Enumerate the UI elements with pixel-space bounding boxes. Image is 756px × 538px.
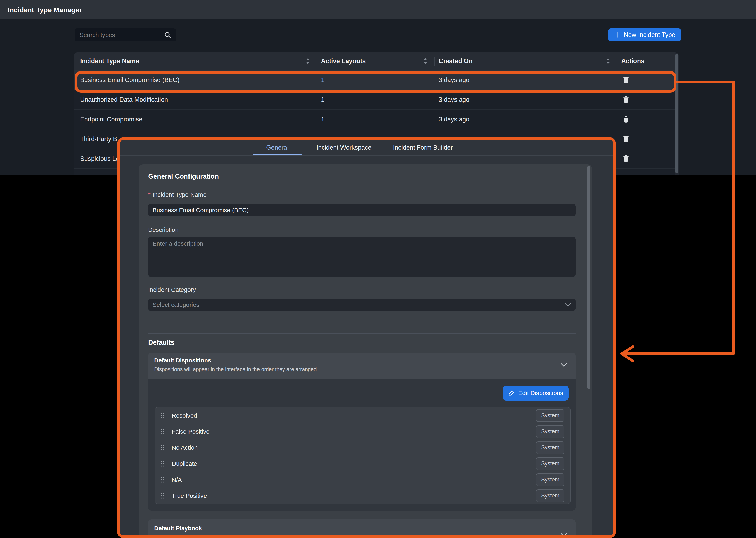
sort-icon[interactable]	[424, 58, 427, 64]
disposition-label: N/A	[172, 476, 182, 483]
top-bar: Incident Type Manager	[0, 0, 756, 20]
delete-incident-type-button[interactable]	[623, 154, 629, 163]
trash-icon	[623, 135, 629, 142]
column-header-active-layouts[interactable]: Active Layouts	[316, 52, 434, 70]
search-box	[75, 28, 176, 41]
chevron-down-icon[interactable]	[560, 362, 568, 368]
incident-category-label: Incident Category	[148, 286, 196, 293]
drag-handle-icon[interactable]	[161, 412, 165, 419]
dispositions-list: ResolvedSystemFalse PositiveSystemNo Act…	[155, 407, 571, 504]
incident-type-editor-modal: General Incident Workspace Incident Form…	[120, 140, 613, 538]
sort-icon[interactable]	[606, 58, 610, 64]
disposition-label: No Action	[172, 444, 198, 451]
system-badge: System	[536, 409, 564, 422]
default-dispositions-body: Edit Dispositions ResolvedSystemFalse Po…	[148, 379, 576, 511]
table-scrollbar[interactable]	[675, 52, 679, 175]
description-textarea[interactable]	[148, 237, 576, 277]
column-header-created-on[interactable]: Created On	[434, 52, 617, 70]
description-label: Description	[148, 226, 178, 233]
modal-tab-bar: General Incident Workspace Incident Form…	[120, 140, 613, 156]
system-badge: System	[536, 425, 564, 438]
disposition-row: N/ASystem	[155, 472, 570, 488]
required-marker: *	[148, 191, 151, 198]
page-title: Incident Type Manager	[8, 0, 82, 20]
delete-incident-type-button[interactable]	[623, 135, 629, 143]
disposition-label: Resolved	[172, 412, 197, 419]
cell-incident-type-name: Endpoint Compromise	[74, 116, 316, 123]
table-scrollbar-thumb[interactable]	[676, 54, 678, 173]
cell-incident-type-name: Unauthorized Data Modification	[74, 96, 316, 103]
cell-created-on: 3 days ago	[434, 96, 617, 103]
table-header-row: Incident Type Name Active Layouts Create…	[74, 52, 679, 70]
plus-icon	[614, 32, 621, 38]
section-divider	[148, 333, 576, 334]
default-playbook-card[interactable]: Default Playbook	[148, 519, 576, 538]
drag-handle-icon[interactable]	[161, 492, 165, 499]
cell-active-layouts: 1	[316, 116, 434, 123]
drag-handle-icon[interactable]	[161, 476, 165, 483]
table-row[interactable]: Endpoint Compromise13 days ago	[74, 110, 679, 129]
disposition-row: ResolvedSystem	[155, 407, 570, 423]
incident-type-name-input[interactable]	[148, 204, 576, 216]
table-row[interactable]: Business Email Compromise (BEC)13 days a…	[74, 70, 679, 90]
delete-incident-type-button[interactable]	[623, 95, 629, 104]
default-playbook-title: Default Playbook	[154, 525, 570, 532]
modal-scrollbar-thumb[interactable]	[587, 166, 590, 389]
delete-incident-type-button[interactable]	[623, 76, 629, 84]
system-badge: System	[536, 457, 564, 470]
default-dispositions-card: Default Dispositions Dispositions will a…	[148, 352, 576, 511]
column-header-incident-type-name[interactable]: Incident Type Name	[74, 52, 316, 70]
trash-icon	[623, 154, 629, 162]
cell-created-on: 3 days ago	[434, 116, 617, 123]
edit-dispositions-button[interactable]: Edit Dispositions	[503, 386, 569, 401]
incident-category-select[interactable]: Select categories	[148, 298, 576, 311]
cell-active-layouts: 1	[316, 96, 434, 103]
disposition-row: No ActionSystem	[155, 440, 570, 456]
disposition-row: False PositiveSystem	[155, 423, 570, 440]
tab-general[interactable]: General	[253, 140, 302, 155]
new-incident-type-button[interactable]: New Incident Type	[608, 28, 681, 41]
default-dispositions-title: Default Dispositions	[154, 357, 570, 364]
drag-handle-icon[interactable]	[161, 428, 165, 435]
drag-handle-icon[interactable]	[161, 460, 165, 467]
system-badge: System	[536, 473, 564, 486]
tab-incident-form-builder[interactable]: Incident Form Builder	[386, 140, 459, 155]
delete-incident-type-button[interactable]	[623, 115, 629, 124]
disposition-label: False Positive	[172, 428, 210, 435]
trash-icon	[623, 115, 629, 123]
tab-incident-workspace[interactable]: Incident Workspace	[309, 140, 378, 155]
chevron-down-icon[interactable]	[560, 532, 568, 538]
trash-icon	[623, 76, 629, 83]
table-row[interactable]: Unauthorized Data Modification13 days ag…	[74, 90, 679, 110]
disposition-row: True PositiveSystem	[155, 488, 570, 504]
general-settings-panel: General Configuration *Incident Type Nam…	[139, 164, 592, 538]
disposition-row: DuplicateSystem	[155, 456, 570, 472]
chevron-down-icon	[564, 301, 571, 308]
annotation-arrow-head	[622, 347, 633, 361]
general-configuration-heading: General Configuration	[148, 173, 219, 180]
default-dispositions-subtitle: Dispositions will appear in the interfac…	[154, 366, 570, 373]
sort-icon[interactable]	[306, 58, 309, 64]
search-icon	[164, 31, 172, 40]
trash-icon	[623, 95, 629, 103]
cell-created-on: 3 days ago	[434, 76, 617, 83]
search-input[interactable]	[75, 28, 176, 41]
disposition-label: True Positive	[172, 492, 207, 499]
incident-type-name-label: *Incident Type Name	[148, 191, 207, 198]
pencil-icon	[508, 390, 515, 397]
default-dispositions-header[interactable]: Default Dispositions Dispositions will a…	[148, 352, 576, 379]
system-badge: System	[536, 490, 564, 502]
drag-handle-icon[interactable]	[161, 444, 165, 451]
column-header-actions: Actions	[617, 52, 675, 70]
disposition-label: Duplicate	[172, 460, 197, 467]
defaults-heading: Defaults	[148, 339, 174, 346]
cell-active-layouts: 1	[316, 76, 434, 83]
cell-incident-type-name: Business Email Compromise (BEC)	[74, 76, 316, 83]
system-badge: System	[536, 441, 564, 454]
